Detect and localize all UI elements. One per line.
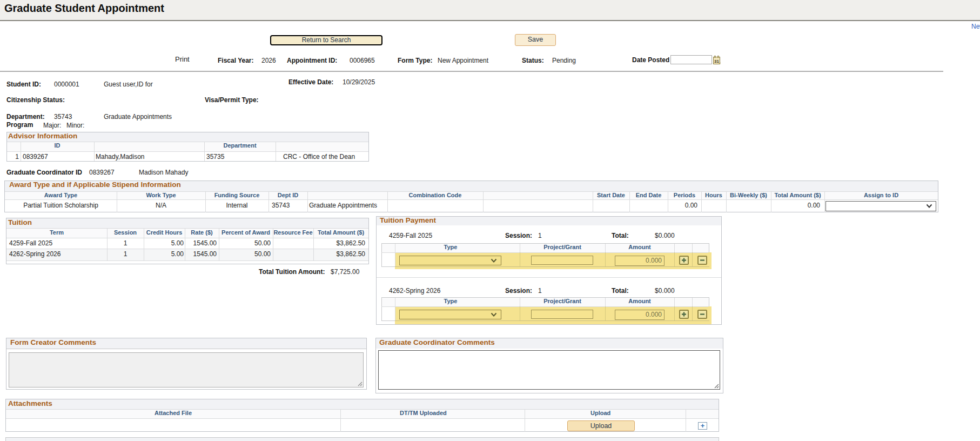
svg-text:31: 31 bbox=[714, 59, 719, 64]
